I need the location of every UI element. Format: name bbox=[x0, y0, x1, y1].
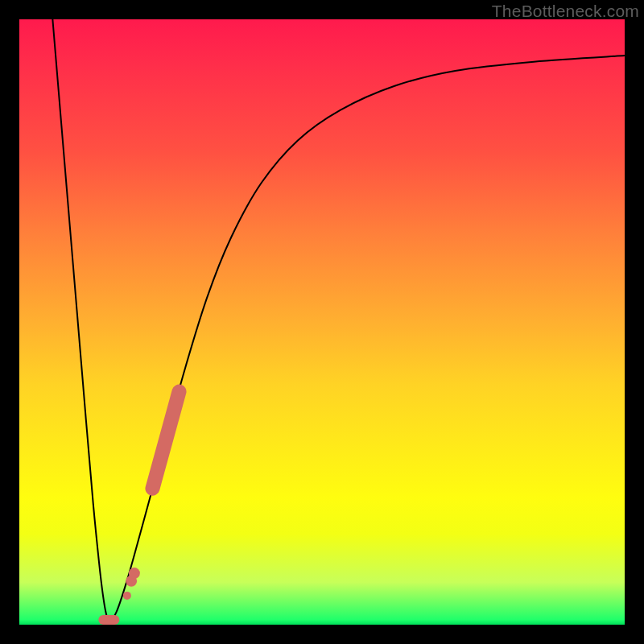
watermark-label: TheBottleneck.com bbox=[492, 2, 639, 21]
overlay-dot bbox=[129, 568, 140, 579]
chart-svg bbox=[19, 19, 625, 625]
curve-main bbox=[52, 19, 625, 620]
overlay-dot bbox=[123, 592, 131, 600]
overlay-min-marker bbox=[98, 615, 119, 625]
overlay-segment bbox=[152, 391, 179, 488]
chart-frame: TheBottleneck.com bbox=[0, 0, 644, 644]
plot-area bbox=[19, 19, 625, 625]
